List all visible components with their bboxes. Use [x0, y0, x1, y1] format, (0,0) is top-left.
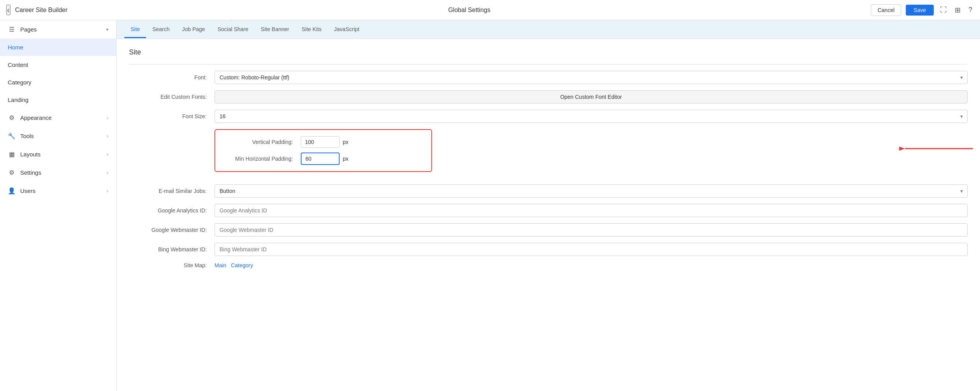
sidebar-item-category[interactable]: Category — [0, 74, 116, 91]
vertical-padding-input[interactable]: 100 — [301, 136, 340, 148]
layouts-icon: ▦ — [8, 151, 16, 158]
save-button[interactable]: Save — [906, 5, 934, 16]
layouts-label: Layouts — [20, 151, 41, 158]
fullscreen-button[interactable]: ⛶ — [938, 4, 949, 16]
landing-left: Landing — [8, 96, 28, 103]
email-similar-jobs-label: E-mail Similar Jobs: — [129, 188, 214, 194]
google-webmaster-input[interactable] — [214, 223, 968, 237]
section-title: Site — [129, 48, 968, 56]
site-map-main-link[interactable]: Main — [214, 262, 226, 268]
app-title: Career Site Builder — [15, 7, 68, 14]
open-editor-button[interactable]: Open Custom Font Editor — [214, 90, 968, 103]
min-horizontal-padding-row: Min Horizontal Padding: 60 px — [223, 153, 424, 165]
email-similar-jobs-row: E-mail Similar Jobs: Button ▾ — [129, 184, 968, 198]
google-analytics-label: Google Analytics ID: — [129, 207, 214, 214]
settings-left: ⚙ Settings — [8, 169, 41, 176]
appearance-label: Appearance — [20, 114, 52, 121]
font-size-select-wrapper: 16 ▾ — [214, 110, 968, 123]
font-select[interactable]: Custom: Roboto-Regular (ttf) — [214, 71, 968, 84]
email-similar-jobs-select[interactable]: Button — [214, 184, 968, 198]
tab-site-kits[interactable]: Site Kits — [295, 21, 328, 38]
sidebar-item-content[interactable]: Content — [0, 56, 116, 74]
google-webmaster-row: Google Webmaster ID: — [129, 223, 968, 237]
pages-item-left: ☰ Pages — [8, 26, 37, 33]
header-left: ‹ Career Site Builder — [6, 5, 68, 15]
top-header: ‹ Career Site Builder Global Settings Ca… — [0, 0, 980, 20]
min-horizontal-padding-label: Min Horizontal Padding: — [223, 156, 301, 162]
form-content: Site Font: Custom: Roboto-Regular (ttf) … — [117, 39, 980, 391]
sidebar-item-tools[interactable]: 🔧 Tools › — [0, 127, 116, 145]
users-label: Users — [20, 188, 35, 194]
users-left: 👤 Users — [8, 187, 35, 195]
tools-icon: 🔧 — [8, 132, 16, 140]
site-map-category-link[interactable]: Category — [231, 262, 253, 268]
header-right: Cancel Save ⛶ ⊞ ? — [871, 4, 974, 16]
appearance-left: ⚙ Appearance — [8, 114, 52, 121]
tab-javascript[interactable]: JavaScript — [328, 21, 366, 38]
sidebar-item-users[interactable]: 👤 Users › — [0, 182, 116, 200]
bing-webmaster-input[interactable] — [214, 243, 968, 256]
content-area: Site Search Job Page Social Share Site B… — [117, 20, 980, 391]
pages-label: Pages — [20, 26, 37, 33]
page-title: Global Settings — [448, 7, 490, 14]
sidebar-item-settings[interactable]: ⚙ Settings › — [0, 163, 116, 182]
pages-chevron: ▾ — [106, 27, 108, 32]
font-size-select[interactable]: 16 — [214, 110, 968, 123]
edit-custom-fonts-row: Edit Custom Fonts: Open Custom Font Edit… — [129, 90, 968, 103]
sidebar-item-pages[interactable]: ☰ Pages ▾ — [0, 20, 116, 39]
landing-label: Landing — [8, 96, 28, 103]
sidebar-item-layouts[interactable]: ▦ Layouts › — [0, 145, 116, 163]
min-horizontal-padding-input[interactable]: 60 — [301, 153, 340, 165]
tools-label: Tools — [20, 133, 34, 139]
users-icon: 👤 — [8, 187, 16, 195]
layouts-chevron: › — [107, 152, 108, 157]
font-label: Font: — [129, 74, 214, 81]
tab-social-share[interactable]: Social Share — [211, 21, 255, 38]
back-button[interactable]: ‹ — [6, 5, 10, 15]
vertical-padding-row: Vertical Padding: 100 px — [223, 136, 424, 148]
tab-job-page[interactable]: Job Page — [176, 21, 211, 38]
users-chevron: › — [107, 188, 108, 194]
min-horizontal-padding-unit: px — [343, 156, 349, 162]
tab-search[interactable]: Search — [146, 21, 176, 38]
tabs-bar: Site Search Job Page Social Share Site B… — [117, 20, 980, 39]
sidebar-item-home[interactable]: Home — [0, 39, 116, 56]
main-layout: ☰ Pages ▾ Home Content Category La — [0, 20, 980, 391]
sidebar-item-appearance[interactable]: ⚙ Appearance › — [0, 109, 116, 127]
sidebar-item-landing[interactable]: Landing — [0, 91, 116, 109]
help-button[interactable]: ? — [967, 4, 974, 16]
grid-button[interactable]: ⊞ — [953, 4, 962, 16]
settings-chevron: › — [107, 170, 108, 175]
site-map-links-wrapper: Main Category — [214, 262, 968, 268]
appearance-icon: ⚙ — [8, 114, 16, 121]
tabs-container: Site Search Job Page Social Share Site B… — [117, 20, 980, 39]
vertical-padding-unit: px — [343, 139, 349, 145]
bing-webmaster-label: Bing Webmaster ID: — [129, 246, 214, 252]
vertical-padding-label: Vertical Padding: — [223, 139, 301, 145]
google-analytics-input[interactable] — [214, 204, 968, 217]
category-label: Category — [8, 79, 31, 86]
tab-site[interactable]: Site — [124, 21, 146, 38]
cancel-button[interactable]: Cancel — [871, 4, 901, 16]
settings-label: Settings — [20, 169, 41, 176]
section-divider — [129, 64, 968, 65]
category-left: Category — [8, 79, 31, 86]
padding-section-wrapper: Vertical Padding: 100 px Min Horizontal … — [129, 129, 968, 178]
tab-site-banner[interactable]: Site Banner — [255, 21, 295, 38]
site-map-row: Site Map: Main Category — [129, 262, 968, 268]
font-size-label: Font Size: — [129, 113, 214, 119]
font-select-wrapper: Custom: Roboto-Regular (ttf) ▾ — [214, 71, 968, 84]
sidebar: ☰ Pages ▾ Home Content Category La — [0, 20, 117, 391]
google-webmaster-label: Google Webmaster ID: — [129, 227, 214, 233]
tools-left: 🔧 Tools — [8, 132, 34, 140]
padding-section: Vertical Padding: 100 px Min Horizontal … — [214, 129, 432, 172]
google-analytics-input-wrapper — [214, 204, 968, 217]
layouts-left: ▦ Layouts — [8, 151, 41, 158]
home-label: Home — [8, 44, 23, 51]
content-left: Content — [8, 61, 28, 68]
pages-icon: ☰ — [8, 26, 16, 33]
edit-custom-fonts-label: Edit Custom Fonts: — [129, 94, 214, 100]
site-map-links: Main Category — [214, 262, 968, 268]
font-size-row: Font Size: 16 ▾ — [129, 110, 968, 123]
annotation-arrow-2: 2 — [899, 141, 980, 156]
